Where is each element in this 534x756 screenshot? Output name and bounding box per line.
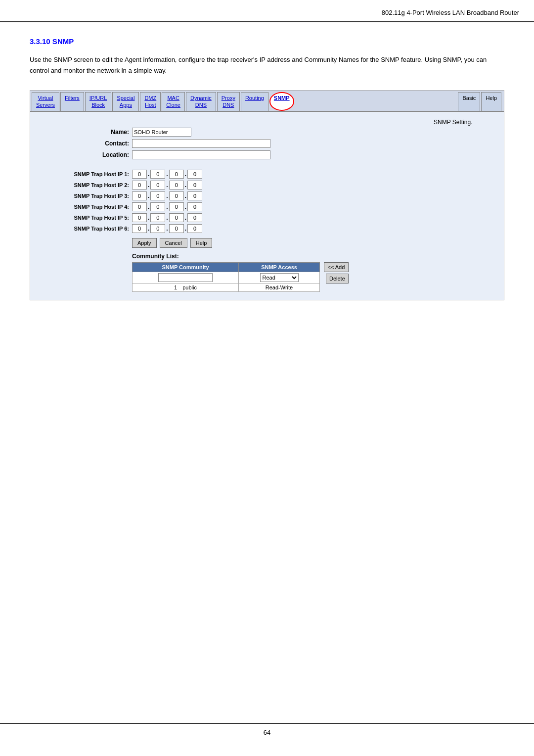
dot: . [185, 225, 186, 232]
dot: . [185, 171, 186, 178]
panel-sidebar: SNMP Setting. [430, 117, 499, 295]
community-row-access: Read-Write [239, 283, 320, 291]
trap-host-2-oct2[interactable] [150, 181, 165, 189]
name-input[interactable] [132, 128, 191, 137]
trap-host-1-oct4[interactable] [187, 170, 202, 179]
header-title: 802.11g 4-Port Wireless LAN Broadband Ro… [382, 9, 519, 16]
dot: . [148, 225, 149, 232]
page-footer: 64 [0, 723, 534, 736]
contact-row: Contact: [40, 139, 425, 148]
col-snmp-access: SNMP Access [239, 262, 320, 272]
community-input-row: Read Read-Write [133, 272, 320, 283]
dot: . [185, 203, 186, 210]
trap-host-1-oct2[interactable] [150, 170, 165, 179]
tab-help[interactable]: Help [481, 92, 501, 111]
nav-tabs: Virtual Servers Filters IP/URL Block Spe… [30, 91, 504, 112]
dot: . [166, 225, 168, 232]
page-number: 64 [264, 729, 270, 736]
trap-host-4-oct2[interactable] [150, 202, 165, 211]
community-table: SNMP Community SNMP Access [132, 262, 320, 292]
trap-host-5-oct4[interactable] [187, 213, 202, 222]
trap-host-5-oct1[interactable] [132, 213, 147, 222]
tab-dynamic-dns[interactable]: Dynamic DNS [186, 92, 216, 111]
dot: . [166, 182, 168, 189]
trap-host-1-label: SNMP Trap Host IP 1: [40, 171, 129, 177]
trap-host-5-label: SNMP Trap Host IP 5: [40, 215, 129, 221]
community-row-number: 1 [174, 284, 177, 290]
tab-mac-clone[interactable]: MAC Clone [162, 92, 185, 111]
community-input[interactable] [158, 273, 213, 282]
trap-host-6-oct4[interactable] [187, 224, 202, 233]
tab-ip-url-block[interactable]: IP/URL Block [85, 92, 111, 111]
tab-special-apps[interactable]: Special Apps [112, 92, 139, 111]
dot: . [166, 214, 168, 221]
trap-host-4-oct1[interactable] [132, 202, 147, 211]
trap-host-6-row: SNMP Trap Host IP 6: . . . [40, 224, 425, 233]
location-label: Location: [40, 151, 129, 158]
help-button[interactable]: Help [190, 238, 213, 248]
trap-host-6-label: SNMP Trap Host IP 6: [40, 226, 129, 232]
name-row: Name: [40, 128, 425, 137]
section-title: 3.3.10 SNMP [30, 37, 504, 46]
trap-host-3-oct4[interactable] [187, 191, 202, 200]
trap-host-5-oct2[interactable] [150, 213, 165, 222]
trap-host-6-oct1[interactable] [132, 224, 147, 233]
trap-host-3-row: SNMP Trap Host IP 3: . . . [40, 191, 425, 200]
trap-host-4-oct4[interactable] [187, 202, 202, 211]
action-buttons: Apply Cancel Help [132, 238, 425, 248]
dot: . [148, 203, 149, 210]
dot: . [166, 192, 168, 199]
access-select[interactable]: Read Read-Write [260, 273, 299, 282]
trap-host-5-oct3[interactable] [169, 213, 184, 222]
tab-dmz-host[interactable]: DMZ Host [140, 92, 161, 111]
trap-host-2-oct4[interactable] [187, 181, 202, 189]
location-input[interactable] [132, 150, 270, 159]
dot: . [185, 192, 186, 199]
trap-host-3-oct2[interactable] [150, 191, 165, 200]
panel-body: Name: Contact: Location: [30, 112, 504, 300]
tab-snmp[interactable]: SNMP [269, 92, 294, 111]
trap-host-2-oct3[interactable] [169, 181, 184, 189]
trap-host-4-oct3[interactable] [169, 202, 184, 211]
name-label: Name: [40, 129, 129, 136]
dot: . [148, 171, 149, 178]
dot: . [148, 192, 149, 199]
tab-routing[interactable]: Routing [241, 92, 268, 111]
apply-button[interactable]: Apply [132, 238, 157, 248]
trap-host-1-oct1[interactable] [132, 170, 147, 179]
col-snmp-community: SNMP Community [133, 262, 239, 272]
trap-host-3-oct1[interactable] [132, 191, 147, 200]
dot: . [148, 214, 149, 221]
dot: . [185, 182, 186, 189]
delete-button[interactable]: Delete [326, 274, 349, 284]
tab-basic[interactable]: Basic [458, 92, 480, 111]
location-row: Location: [40, 150, 425, 159]
section-description: Use the SNMP screen to edit the Agent in… [30, 54, 504, 76]
community-title: Community List: [132, 253, 425, 260]
tab-virtual-servers[interactable]: Virtual Servers [32, 92, 59, 111]
trap-host-1-row: SNMP Trap Host IP 1: . . . [40, 170, 425, 179]
community-data-row: 1 public Read-Write [133, 283, 320, 291]
add-delete-controls: << Add Delete [324, 262, 349, 284]
trap-host-6-oct2[interactable] [150, 224, 165, 233]
tab-proxy-dns[interactable]: Proxy DNS [217, 92, 240, 111]
main-content: 3.3.10 SNMP Use the SNMP screen to edit … [0, 22, 534, 315]
trap-host-5-row: SNMP Trap Host IP 5: . . . [40, 213, 425, 222]
contact-label: Contact: [40, 140, 129, 147]
add-button[interactable]: << Add [324, 262, 349, 272]
tab-filters[interactable]: Filters [60, 92, 84, 111]
community-row-name: public [182, 284, 197, 290]
trap-host-2-oct1[interactable] [132, 181, 147, 189]
dot: . [166, 203, 168, 210]
trap-host-1-oct3[interactable] [169, 170, 184, 179]
panel-main: Name: Contact: Location: [35, 117, 430, 295]
trap-host-6-oct3[interactable] [169, 224, 184, 233]
community-section: Community List: SNMP Community SNMP Acce… [132, 253, 425, 292]
page-header: 802.11g 4-Port Wireless LAN Broadband Ro… [0, 0, 534, 22]
trap-host-3-label: SNMP Trap Host IP 3: [40, 193, 129, 199]
contact-input[interactable] [132, 139, 270, 148]
trap-host-3-oct3[interactable] [169, 191, 184, 200]
trap-host-4-label: SNMP Trap Host IP 4: [40, 204, 129, 210]
sidebar-label: SNMP Setting. [434, 119, 472, 126]
cancel-button[interactable]: Cancel [160, 238, 187, 248]
